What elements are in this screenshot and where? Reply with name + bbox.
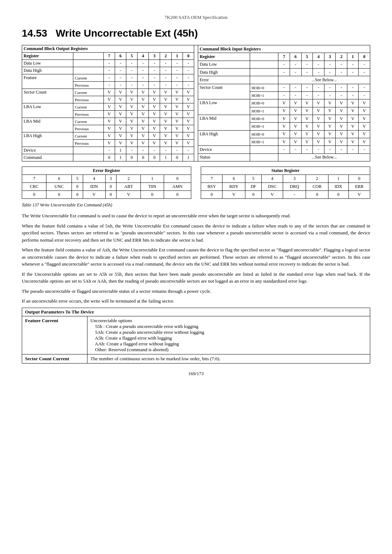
input-ll-hob0: HOB=0 [250, 99, 278, 107]
input-col-0: 0 [359, 53, 370, 61]
in-lm1-0: V [359, 123, 370, 130]
in-lh0-1: V [347, 130, 359, 138]
lower-table-spacer [194, 167, 198, 199]
error-register-table: Error Register 7 6 5 4 3 2 1 0 CRC UNC 0… [22, 167, 191, 199]
err-col-6: 6 [46, 175, 72, 183]
output-col-5: 5 [126, 53, 138, 60]
in-sc1-7: - [278, 91, 290, 99]
in-lm1-5: V [301, 123, 313, 130]
in-dh-1: - [347, 68, 359, 76]
stat-col-4: 4 [261, 175, 283, 183]
stat-dsc: DSC [261, 183, 283, 191]
in-lm1-2: V [336, 123, 347, 130]
out-dev-1: - [171, 147, 183, 154]
in-sc1-2: - [336, 91, 347, 99]
in-lm0-7: V [278, 115, 290, 122]
out-llp-4: V [138, 111, 149, 118]
output-col-3: 3 [149, 53, 160, 60]
status-register-table: Status Register 7 6 5 4 3 2 1 0 BSY RDY … [201, 167, 370, 199]
out-llp-7: V [103, 111, 115, 118]
section-name: Write Uncorrectable Ext (45h) [56, 28, 198, 39]
in-dev-3: - [324, 146, 336, 153]
in-lm1-1: V [347, 123, 359, 130]
out-dh-0: - [183, 67, 194, 74]
out-lmc-7: V [103, 118, 115, 125]
out-scp-4: V [138, 96, 149, 103]
out-llp-3: V [149, 111, 160, 118]
err-idn: IDN [83, 183, 105, 191]
in-dev-0: - [359, 146, 370, 153]
out-lhc-7: V [103, 132, 115, 140]
in-sc1-3: - [324, 91, 336, 99]
err-val-4: V [83, 191, 105, 199]
out-cmd-1: 0 [171, 154, 183, 161]
in-ll1-0: V [359, 107, 370, 115]
out-llp-6: V [115, 111, 126, 118]
input-col-2: 2 [336, 53, 347, 61]
error-register-header: Error Register [22, 167, 191, 175]
input-lm-hob0: HOB=0 [250, 115, 278, 122]
in-dev-5: - [301, 146, 313, 153]
in-dl-0: - [359, 61, 370, 68]
out-dh-3: - [149, 67, 160, 74]
out-scc-2: V [160, 89, 171, 96]
err-val-5: 0 [72, 191, 83, 199]
input-col-6: 6 [290, 53, 301, 61]
out-scp-2: V [160, 96, 171, 103]
input-error-value: ...See Below... [278, 76, 370, 84]
page-footer: 169/173 [22, 371, 370, 377]
in-dl-1: - [347, 61, 359, 68]
stat-val-6: V [222, 191, 245, 199]
out-fc-6: - [115, 74, 126, 82]
out-llc-2: V [160, 103, 171, 111]
input-col-4: 4 [313, 53, 324, 61]
output-datahigh-label: Data High [22, 67, 73, 74]
out-lhp-6: V [115, 140, 126, 147]
output-lbahigh-current: Current [73, 132, 104, 140]
output-sectorcount-label: Sector Count [22, 89, 73, 103]
output-col-1: 1 [171, 53, 183, 60]
output-col-2: 2 [160, 53, 171, 60]
output-lbalow-previous: Previous [73, 111, 104, 118]
output-col-0: 0 [183, 53, 194, 60]
err-col-0: 0 [164, 175, 191, 183]
in-lh0-6: V [290, 130, 301, 138]
output-feature-label: Feature [22, 74, 73, 89]
stat-val-1: 0 [328, 191, 349, 199]
out-lmp-2: V [160, 125, 171, 132]
out-dl-6: - [115, 60, 126, 67]
in-sc0-4: - [313, 84, 324, 91]
in-dev-1: - [347, 146, 359, 153]
out-scc-0: V [183, 89, 194, 96]
stat-df: DF [245, 183, 262, 191]
out-lhc-4: V [138, 132, 149, 140]
in-ll1-7: V [278, 107, 290, 115]
out-llc-1: V [171, 103, 183, 111]
in-dl-7: - [278, 61, 290, 68]
out-dh-2: - [160, 67, 171, 74]
out-dev-4: - [138, 147, 149, 154]
in-sc0-3: - [324, 84, 336, 91]
output-datalow-label: Data Low [22, 60, 73, 67]
stat-val-2: 0 [306, 191, 328, 199]
err-col-1: 1 [141, 175, 164, 183]
output-registers-table: Command Block Output Registers Register … [22, 45, 194, 161]
stat-col-6: 6 [222, 175, 245, 183]
param-sectorcount-value: The number of continuous sectors to be m… [87, 354, 370, 363]
input-lbahigh-label: LBA High [198, 130, 250, 146]
out-cmd-5: 0 [126, 154, 138, 161]
out-dh-6: - [115, 67, 126, 74]
output-params-table: Output Parameters To The Device Feature … [22, 308, 370, 364]
in-lm1-6: V [290, 123, 301, 130]
in-lh0-7: V [278, 130, 290, 138]
input-datalow-label: Data Low [198, 61, 250, 68]
stat-col-2: 2 [306, 175, 328, 183]
in-lm0-6: V [290, 115, 301, 122]
output-lbamid-label: LBA Mid [22, 118, 73, 132]
param-sectorcount-label: Sector Count Current [22, 354, 87, 363]
out-lhc-3: V [149, 132, 160, 140]
stat-val-5: 0 [245, 191, 262, 199]
input-col-3: 3 [324, 53, 336, 61]
input-status-value: ...See Below... [278, 153, 370, 161]
out-lhp-5: V [126, 140, 138, 147]
